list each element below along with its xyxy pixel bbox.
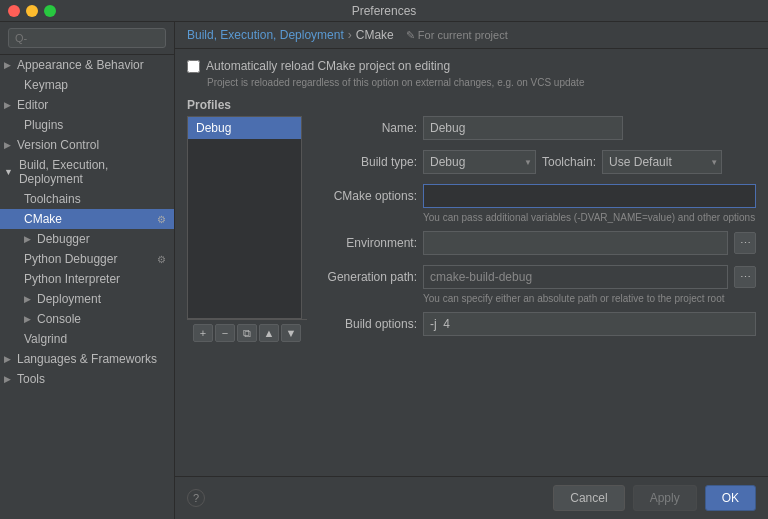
toolchain-select[interactable]: Use Default — [602, 150, 722, 174]
cmake-options-input[interactable] — [423, 184, 756, 208]
profile-item-debug[interactable]: Debug — [188, 117, 301, 139]
arrow-icon: ▶ — [24, 314, 31, 324]
breadcrumb-parent[interactable]: Build, Execution, Deployment — [187, 28, 344, 42]
profiles-label: Profiles — [187, 98, 756, 112]
sidebar-item-label: Version Control — [17, 138, 99, 152]
sidebar-item-cmake[interactable]: CMake ⚙ — [0, 209, 174, 229]
python-debugger-icon: ⚙ — [157, 254, 166, 265]
arrow-icon: ▶ — [4, 374, 11, 384]
sidebar-item-label: Debugger — [37, 232, 90, 246]
cmake-options-row: CMake options: — [307, 184, 756, 208]
sidebar-item-editor[interactable]: ▶ Editor — [0, 95, 174, 115]
cmake-options-label: CMake options: — [307, 189, 417, 203]
remove-profile-button[interactable]: − — [215, 324, 235, 342]
sidebar-item-label: Build, Execution, Deployment — [19, 158, 166, 186]
sidebar: ▶ Appearance & Behavior Keymap ▶ Editor … — [0, 22, 175, 519]
generation-path-browse-button[interactable]: ⋯ — [734, 266, 756, 288]
toolchain-label: Toolchain: — [542, 155, 596, 169]
move-down-button[interactable]: ▼ — [281, 324, 301, 342]
move-up-button[interactable]: ▲ — [259, 324, 279, 342]
cancel-button[interactable]: Cancel — [553, 485, 624, 511]
sidebar-item-tools[interactable]: ▶ Tools — [0, 369, 174, 389]
sidebar-item-label: Console — [37, 312, 81, 326]
sidebar-item-python-debugger[interactable]: Python Debugger ⚙ — [0, 249, 174, 269]
sidebar-item-label: Editor — [17, 98, 48, 112]
sidebar-item-toolchains[interactable]: Toolchains — [0, 189, 174, 209]
title-bar: Preferences — [0, 0, 768, 22]
sidebar-item-label: Deployment — [37, 292, 101, 306]
sidebar-item-version-control[interactable]: ▶ Version Control — [0, 135, 174, 155]
arrow-icon: ▶ — [4, 140, 11, 150]
help-button[interactable]: ? — [187, 489, 205, 507]
arrow-icon: ▶ — [4, 100, 11, 110]
sidebar-item-label: CMake — [24, 212, 62, 226]
apply-button[interactable]: Apply — [633, 485, 697, 511]
sidebar-item-keymap[interactable]: Keymap — [0, 75, 174, 95]
add-profile-button[interactable]: + — [193, 324, 213, 342]
auto-reload-row[interactable]: Automatically reload CMake project on ed… — [187, 59, 756, 73]
sidebar-item-console[interactable]: ▶ Console — [0, 309, 174, 329]
window-controls[interactable] — [8, 5, 56, 17]
sidebar-item-label: Toolchains — [24, 192, 81, 206]
generation-path-hint: You can specify either an absolute path … — [423, 293, 756, 304]
sidebar-item-label: Plugins — [24, 118, 63, 132]
sidebar-item-label: Valgrind — [24, 332, 67, 346]
close-button[interactable] — [8, 5, 20, 17]
sidebar-item-debugger[interactable]: ▶ Debugger — [0, 229, 174, 249]
build-type-select[interactable]: Debug Release RelWithDebInfo MinSizeRel — [423, 150, 536, 174]
environment-label: Environment: — [307, 236, 417, 250]
generation-path-input[interactable] — [423, 265, 728, 289]
breadcrumb-project-label[interactable]: ✎ For current project — [406, 29, 508, 42]
minimize-button[interactable] — [26, 5, 38, 17]
sidebar-item-label: Tools — [17, 372, 45, 386]
help-icon: ? — [193, 492, 199, 504]
sidebar-item-label: Languages & Frameworks — [17, 352, 157, 366]
build-type-select-wrapper: Debug Release RelWithDebInfo MinSizeRel … — [423, 150, 536, 174]
name-input[interactable] — [423, 116, 623, 140]
arrow-icon: ▶ — [4, 60, 11, 70]
auto-reload-checkbox[interactable] — [187, 60, 200, 73]
cmake-icon: ⚙ — [157, 214, 166, 225]
auto-reload-hint: Project is reloaded regardless of this o… — [207, 77, 756, 88]
sidebar-item-valgrind[interactable]: Valgrind — [0, 329, 174, 349]
arrow-icon: ▶ — [24, 294, 31, 304]
ok-button[interactable]: OK — [705, 485, 756, 511]
profiles-section: Debug + − ⧉ ▲ ▼ Name: — [187, 116, 756, 346]
sidebar-item-label: Appearance & Behavior — [17, 58, 144, 72]
search-input[interactable] — [8, 28, 166, 48]
copy-profile-button[interactable]: ⧉ — [237, 324, 257, 342]
profiles-toolbar: + − ⧉ ▲ ▼ — [187, 319, 307, 346]
maximize-button[interactable] — [44, 5, 56, 17]
environment-edit-button[interactable]: ⋯ — [734, 232, 756, 254]
generation-path-row: Generation path: ⋯ — [307, 265, 756, 289]
arrow-expanded-icon: ▼ — [4, 167, 13, 177]
content-area: Build, Execution, Deployment › CMake ✎ F… — [175, 22, 768, 519]
name-label: Name: — [307, 121, 417, 135]
environment-field[interactable] — [423, 231, 728, 255]
profiles-list: Debug — [187, 116, 302, 319]
sidebar-item-label: Python Interpreter — [24, 272, 120, 286]
build-type-label: Build type: — [307, 155, 417, 169]
content-body: Automatically reload CMake project on ed… — [175, 49, 768, 476]
toolchain-select-wrapper: Use Default ▼ — [602, 150, 722, 174]
search-box[interactable] — [0, 22, 174, 55]
sidebar-item-languages[interactable]: ▶ Languages & Frameworks — [0, 349, 174, 369]
sidebar-item-label: Python Debugger — [24, 252, 117, 266]
name-row: Name: — [307, 116, 756, 140]
generation-path-label: Generation path: — [307, 270, 417, 284]
arrow-icon: ▶ — [4, 354, 11, 364]
sidebar-item-deployment[interactable]: ▶ Deployment — [0, 289, 174, 309]
build-options-input[interactable] — [423, 312, 756, 336]
environment-row: Environment: ⋯ — [307, 231, 756, 255]
profiles-panel: Debug + − ⧉ ▲ ▼ — [187, 116, 307, 346]
main-container: ▶ Appearance & Behavior Keymap ▶ Editor … — [0, 22, 768, 519]
sidebar-item-label: Keymap — [24, 78, 68, 92]
breadcrumb: Build, Execution, Deployment › CMake ✎ F… — [175, 22, 768, 49]
sidebar-item-build[interactable]: ▼ Build, Execution, Deployment — [0, 155, 174, 189]
sidebar-item-plugins[interactable]: Plugins — [0, 115, 174, 135]
sidebar-item-python-interpreter[interactable]: Python Interpreter — [0, 269, 174, 289]
auto-reload-label: Automatically reload CMake project on ed… — [206, 59, 450, 73]
build-options-row: Build options: — [307, 312, 756, 336]
sidebar-item-appearance[interactable]: ▶ Appearance & Behavior — [0, 55, 174, 75]
cmake-options-hint: You can pass additional variables (-DVAR… — [423, 212, 756, 223]
